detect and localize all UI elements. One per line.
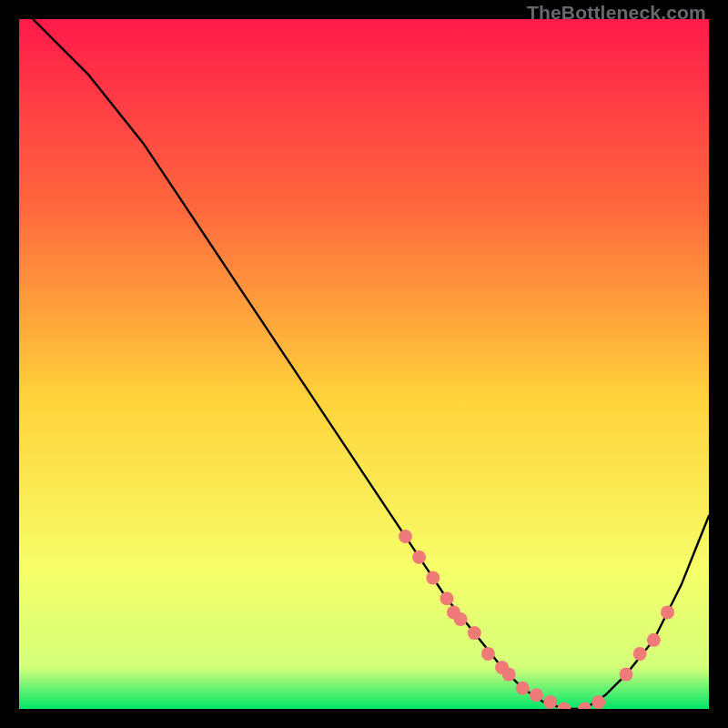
marker-dot [468, 626, 481, 640]
gradient-background [19, 19, 709, 709]
marker-dot [620, 668, 633, 682]
marker-dot [502, 668, 516, 682]
marker-dot [440, 592, 454, 605]
chart-svg [19, 19, 709, 709]
attribution-text: TheBottleneck.com [527, 2, 706, 24]
marker-dot [661, 605, 674, 619]
marker-dot [530, 688, 543, 702]
marker-dot [516, 682, 530, 695]
chart-frame [19, 19, 709, 709]
marker-dot [592, 695, 605, 709]
marker-dot [426, 571, 440, 585]
marker-dot [454, 612, 468, 626]
marker-dot [481, 647, 495, 661]
marker-dot [399, 530, 412, 543]
marker-dot [412, 551, 426, 564]
marker-dot [647, 633, 661, 647]
marker-dot [543, 695, 557, 709]
marker-dot [633, 647, 647, 661]
